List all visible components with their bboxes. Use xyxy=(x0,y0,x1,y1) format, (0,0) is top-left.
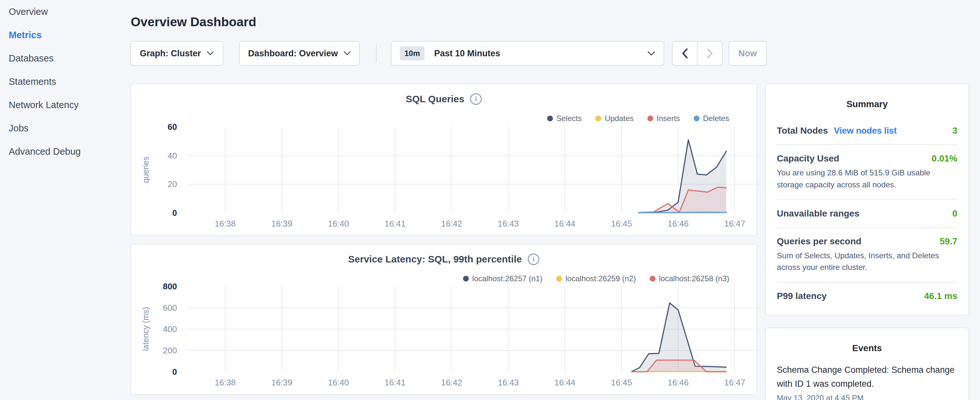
x-axis-tick: 16:39 xyxy=(266,378,298,388)
chart-legend: SelectsUpdatesInsertsDeletes xyxy=(547,114,730,123)
legend-dot xyxy=(547,116,553,121)
summary-row-label: Capacity Used xyxy=(777,153,839,164)
chart-title: SQL Queries xyxy=(406,94,464,105)
legend-label: Updates xyxy=(605,114,633,123)
time-step-back-button[interactable] xyxy=(673,42,697,65)
legend-dot xyxy=(650,276,655,282)
x-axis-tick: 16:38 xyxy=(209,219,241,229)
x-axis-tick: 16:43 xyxy=(492,219,525,229)
x-axis-tick: 16:45 xyxy=(605,378,638,388)
x-axis-tick: 16:46 xyxy=(662,219,694,229)
chevron-left-icon xyxy=(682,48,688,59)
event-timestamp: May 13, 2020 at 4:45 PM xyxy=(777,394,957,400)
legend-dot xyxy=(648,116,653,121)
legend-label: localhost:26259 (n2) xyxy=(566,274,636,283)
now-button[interactable]: Now xyxy=(729,41,767,66)
summary-row-capacity-used: Capacity Used0.01%You are using 28.6 MiB… xyxy=(777,145,957,200)
y-axis-tick: 800 xyxy=(122,282,177,292)
service-latency-chart[interactable] xyxy=(187,283,759,384)
legend-item-inserts[interactable]: Inserts xyxy=(648,114,680,123)
y-axis-tick: 60 xyxy=(122,122,177,132)
summary-row-label: Queries per second xyxy=(777,236,861,247)
sql-queries-chart[interactable] xyxy=(187,123,759,223)
sql-queries-chart-card: SQL Queries i SelectsUpdatesInsertsDelet… xyxy=(130,83,757,236)
graph-dropdown-label: Graph: Cluster xyxy=(140,49,201,59)
time-range-label: Past 10 Minutes xyxy=(434,49,500,59)
dashboard-dropdown[interactable]: Dashboard: Overview xyxy=(239,41,360,66)
summary-row-value: 3 xyxy=(952,126,957,136)
legend-label: localhost:26257 (n1) xyxy=(473,274,542,283)
y-axis-tick: 0 xyxy=(122,367,177,377)
summary-row-label: Total Nodes xyxy=(777,126,828,136)
legend-label: localhost:26258 (n3) xyxy=(659,274,729,283)
legend-item-localhost-26258-n3[interactable]: localhost:26258 (n3) xyxy=(650,274,729,283)
time-range-selector[interactable]: 10m Past 10 Minutes xyxy=(391,41,664,66)
legend-dot xyxy=(463,276,469,282)
summary-row-value: 0 xyxy=(952,209,957,219)
chart-title: Service Latency: SQL, 99th percentile xyxy=(348,254,522,265)
summary-row-value: 46.1 ms xyxy=(924,291,957,301)
y-axis-tick: 0 xyxy=(122,208,177,218)
sidebar: OverviewMetricsDatabasesStatementsNetwor… xyxy=(9,0,122,163)
chevron-down-icon xyxy=(344,51,351,56)
sidebar-item-network-latency[interactable]: Network Latency xyxy=(9,93,122,116)
dashboard-dropdown-label: Dashboard: Overview xyxy=(248,49,338,59)
event-item: Schema Change Completed: Schema change w… xyxy=(777,363,957,400)
x-axis-tick: 16:45 xyxy=(605,219,638,229)
x-axis-tick: 16:38 xyxy=(209,378,241,388)
chevron-down-icon xyxy=(648,51,655,56)
legend-item-deletes[interactable]: Deletes xyxy=(694,114,729,123)
legend-item-localhost-26259-n2[interactable]: localhost:26259 (n2) xyxy=(556,274,636,283)
x-axis-tick: 16:44 xyxy=(549,378,581,388)
chevron-right-icon xyxy=(707,48,713,59)
x-axis-tick: 16:44 xyxy=(549,219,581,229)
controls-divider xyxy=(376,45,377,63)
summary-row-label: P99 latency xyxy=(777,291,827,301)
summary-row-label: Unavailable ranges xyxy=(777,209,859,219)
y-axis-label: queries xyxy=(141,134,150,206)
sidebar-item-advanced-debug[interactable]: Advanced Debug xyxy=(9,140,122,163)
summary-row-total-nodes: Total NodesView nodes list3 xyxy=(777,117,957,145)
chart-legend: localhost:26257 (n1)localhost:26259 (n2)… xyxy=(463,274,729,283)
event-message: Schema Change Completed: Schema change w… xyxy=(777,363,957,391)
legend-dot xyxy=(694,116,700,121)
chevron-down-icon xyxy=(207,51,214,56)
legend-item-updates[interactable]: Updates xyxy=(595,114,633,123)
sidebar-item-databases[interactable]: Databases xyxy=(9,46,122,70)
events-panel: Events Schema Change Completed: Schema c… xyxy=(765,328,969,400)
legend-dot xyxy=(556,276,562,282)
x-axis-tick: 16:42 xyxy=(436,219,468,229)
graph-dropdown[interactable]: Graph: Cluster xyxy=(130,41,223,66)
x-axis-tick: 16:47 xyxy=(719,219,751,229)
legend-label: Deletes xyxy=(703,114,729,123)
time-range-badge: 10m xyxy=(400,46,425,61)
x-axis-tick: 16:40 xyxy=(322,378,355,388)
info-icon[interactable]: i xyxy=(470,93,482,105)
time-step-forward-button[interactable] xyxy=(697,42,722,65)
x-axis-tick: 16:46 xyxy=(662,378,694,388)
x-axis-tick: 16:43 xyxy=(492,378,525,388)
legend-label: Selects xyxy=(557,114,582,123)
y-axis-label: latency (ms) xyxy=(141,293,150,365)
page-title: Overview Dashboard xyxy=(131,15,256,29)
sidebar-item-overview[interactable]: Overview xyxy=(9,0,122,23)
x-axis-tick: 16:47 xyxy=(719,378,751,388)
x-axis-tick: 16:41 xyxy=(379,219,411,229)
view-nodes-list-link[interactable]: View nodes list xyxy=(834,126,897,136)
summary-row-queries-per-second: Queries per second59.7Sum of Selects, Up… xyxy=(777,228,957,283)
x-axis-tick: 16:42 xyxy=(436,378,468,388)
legend-item-localhost-26257-n1[interactable]: localhost:26257 (n1) xyxy=(463,274,542,283)
legend-item-selects[interactable]: Selects xyxy=(547,114,582,123)
sidebar-item-jobs[interactable]: Jobs xyxy=(9,116,122,140)
x-axis-tick: 16:40 xyxy=(322,219,355,229)
legend-dot xyxy=(595,116,601,121)
sidebar-item-metrics[interactable]: Metrics xyxy=(9,23,122,46)
sidebar-item-statements[interactable]: Statements xyxy=(9,70,122,93)
service-latency-chart-card: Service Latency: SQL, 99th percentile i … xyxy=(130,244,757,395)
info-icon[interactable]: i xyxy=(528,253,539,265)
summary-row-description: Sum of Selects, Updates, Inserts, and De… xyxy=(777,250,957,274)
events-title: Events xyxy=(777,328,957,354)
summary-row-value: 59.7 xyxy=(940,236,958,247)
x-axis-tick: 16:39 xyxy=(266,219,298,229)
time-step-buttons xyxy=(672,41,722,66)
